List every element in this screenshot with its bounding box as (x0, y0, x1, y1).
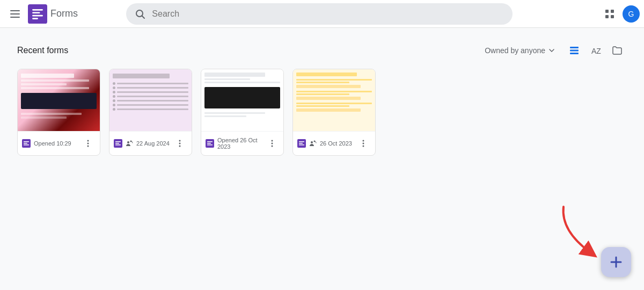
svg-rect-11 (611, 10, 614, 13)
svg-rect-10 (605, 10, 609, 13)
main-content: Recent forms Owned by anyone (0, 28, 644, 169)
form-card[interactable]: Opened 10:29 (17, 69, 100, 156)
svg-rect-15 (570, 50, 579, 52)
logo-link[interactable]: Forms (28, 4, 78, 24)
list-view-button[interactable] (565, 41, 584, 60)
form-date: 26 Oct 2023 (320, 140, 352, 147)
form-more-button[interactable] (172, 136, 187, 151)
svg-rect-0 (10, 10, 20, 11)
search-input[interactable] (152, 9, 504, 19)
form-footer: Opened 10:29 (18, 131, 100, 155)
svg-rect-42 (299, 141, 304, 142)
svg-rect-19 (24, 141, 29, 142)
form-card[interactable]: 22 Aug 2024 (109, 69, 192, 156)
svg-rect-36 (207, 143, 211, 144)
form-footer: 22 Aug 2024 (109, 131, 192, 155)
svg-rect-35 (207, 141, 213, 142)
sort-icon: AZ (590, 45, 601, 56)
apps-button[interactable] (599, 3, 620, 25)
svg-point-48 (363, 143, 364, 144)
forms-file-icon (297, 139, 306, 148)
form-date: 22 Aug 2024 (136, 140, 170, 147)
fab-container (601, 247, 631, 277)
form-footer: 26 Oct 2023 (293, 131, 375, 155)
svg-rect-16 (570, 53, 579, 54)
form-meta: Opened 26 Oct 2023 (206, 137, 266, 150)
hamburger-icon (10, 9, 20, 19)
svg-rect-5 (32, 12, 40, 13)
svg-point-24 (87, 146, 89, 147)
form-thumbnail-1 (18, 69, 100, 131)
more-vert-icon (175, 139, 184, 148)
shared-icon (126, 140, 133, 147)
svg-rect-44 (299, 144, 304, 146)
form-more-button[interactable] (356, 136, 371, 151)
form-meta: 22 Aug 2024 (114, 139, 170, 148)
search-bar[interactable] (126, 3, 513, 25)
svg-rect-26 (115, 141, 121, 142)
svg-rect-28 (115, 144, 121, 146)
shared-icon (309, 140, 317, 147)
svg-rect-14 (570, 47, 579, 48)
owned-by-label: Owned by anyone (485, 46, 545, 55)
new-form-fab-button[interactable] (601, 247, 631, 277)
section-title: Recent forms (17, 46, 68, 55)
header: Forms G (0, 0, 644, 28)
forms-file-icon (114, 139, 122, 148)
chevron-down-icon (547, 46, 556, 55)
svg-point-49 (363, 146, 364, 147)
form-thumbnail-3 (201, 69, 283, 131)
svg-rect-1 (10, 13, 20, 15)
svg-rect-2 (10, 17, 20, 18)
form-thumbnail-4 (293, 69, 375, 131)
list-view-icon (569, 45, 580, 56)
svg-line-9 (142, 16, 145, 18)
svg-point-31 (179, 140, 181, 142)
form-card[interactable]: Opened 26 Oct 2023 (201, 69, 284, 156)
logo-text: Forms (50, 8, 78, 19)
sort-button[interactable]: AZ (586, 41, 605, 60)
svg-text:AZ: AZ (591, 47, 601, 55)
svg-point-39 (272, 143, 273, 144)
forms-logo-icon (28, 4, 47, 24)
forms-file-icon (206, 139, 214, 148)
svg-rect-27 (115, 143, 119, 144)
svg-rect-43 (299, 143, 303, 144)
svg-point-47 (363, 140, 364, 142)
svg-point-29 (127, 141, 129, 143)
form-thumbnail-2 (109, 69, 192, 131)
owned-by-button[interactable]: Owned by anyone (480, 43, 560, 58)
svg-rect-3 (28, 4, 47, 24)
folder-view-icon (612, 45, 623, 56)
view-buttons: AZ (565, 41, 627, 60)
form-meta: 26 Oct 2023 (297, 139, 352, 148)
plus-icon (609, 255, 624, 270)
avatar[interactable]: G (623, 5, 640, 23)
svg-rect-6 (32, 15, 43, 16)
svg-point-40 (272, 146, 273, 147)
search-icon (135, 9, 145, 19)
svg-point-22 (87, 140, 89, 142)
form-more-button[interactable] (266, 136, 279, 151)
svg-point-23 (87, 143, 89, 144)
svg-point-33 (179, 146, 181, 147)
grid-view-button[interactable] (608, 41, 627, 60)
form-card[interactable]: 26 Oct 2023 (292, 69, 376, 156)
menu-button[interactable] (4, 3, 26, 25)
form-date: Opened 26 Oct 2023 (217, 137, 266, 150)
form-meta: Opened 10:29 (22, 139, 71, 148)
more-vert-icon (84, 139, 92, 148)
form-date: Opened 10:29 (34, 140, 71, 147)
more-vert-icon (268, 139, 276, 148)
svg-rect-13 (611, 15, 614, 18)
grid-apps-icon (604, 9, 615, 19)
forms-file-icon (22, 139, 31, 148)
svg-rect-21 (24, 144, 29, 146)
svg-point-45 (311, 141, 313, 143)
header-right: G (599, 3, 640, 25)
section-controls: Owned by anyone AZ (480, 41, 627, 60)
form-more-button[interactable] (80, 136, 96, 151)
section-header: Recent forms Owned by anyone (17, 41, 627, 60)
pointer-arrow (558, 204, 601, 258)
svg-rect-12 (605, 15, 609, 18)
